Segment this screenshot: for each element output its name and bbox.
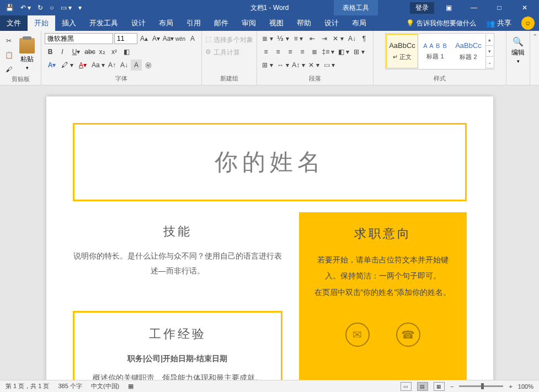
bold-button[interactable]: B bbox=[45, 46, 56, 57]
zoom-level[interactable]: 100% bbox=[518, 383, 533, 390]
char-scaling-button[interactable]: ✕ ▾ bbox=[307, 60, 321, 71]
collapse-ribbon-icon[interactable]: ⌃ bbox=[532, 33, 537, 40]
tab-insert[interactable]: 插入 bbox=[55, 15, 83, 31]
share-button[interactable]: 👥 共享 bbox=[481, 15, 517, 31]
tab-table-design[interactable]: 设计 bbox=[318, 15, 345, 31]
char-shading-icon[interactable]: A bbox=[131, 60, 142, 71]
style-normal[interactable]: AaBbCc ↵ 正文 bbox=[386, 34, 418, 68]
phone-icon[interactable]: ☎ bbox=[396, 323, 420, 347]
minimize-button[interactable]: — bbox=[463, 0, 485, 15]
asian-layout-button[interactable]: ✕ ▾ bbox=[331, 33, 345, 44]
tab-mailings[interactable]: 邮件 bbox=[207, 15, 235, 31]
highlight-button[interactable]: 🖍 ▾ bbox=[60, 60, 74, 71]
shrink-font2-icon[interactable]: A↓ bbox=[119, 60, 130, 71]
eraser-icon[interactable]: ◧ bbox=[121, 46, 132, 57]
experience-title[interactable]: 工作经验 bbox=[91, 326, 264, 342]
char-border-icon[interactable]: A bbox=[187, 33, 198, 44]
change-case-button[interactable]: Aa ▾ bbox=[91, 60, 105, 71]
redo-icon[interactable]: ↻ bbox=[38, 4, 43, 12]
page[interactable]: 你的姓名 技能 说明你的特长。是什么让你与众不同？使用自己的语言进行表述—而非行… bbox=[46, 96, 493, 380]
format-painter-icon[interactable]: 🖌 bbox=[3, 64, 14, 75]
experience-subtitle[interactable]: 职务|公司|开始日期-结束日期 bbox=[91, 351, 264, 366]
font-color-button[interactable]: A ▾ bbox=[76, 60, 90, 71]
intent-text1[interactable]: 若要开始，请单击占位符文本并开始键入。保持简洁：一两个句子即可。 bbox=[310, 252, 456, 284]
zoom-out-button[interactable]: − bbox=[450, 383, 453, 390]
phonetic-guide[interactable]: wén bbox=[175, 33, 186, 44]
cut-icon[interactable]: ✂ bbox=[3, 35, 14, 46]
style-heading1[interactable]: A A B B 标题 1 bbox=[419, 34, 451, 68]
find-button[interactable]: 🔍 编辑 ▾ bbox=[510, 33, 526, 64]
copy-icon[interactable]: 📋 bbox=[3, 50, 14, 61]
tab-view[interactable]: 视图 bbox=[263, 15, 290, 31]
style-heading2[interactable]: AaBbCc 标题 2 bbox=[452, 34, 484, 68]
gallery-more-icon[interactable]: ⌄ bbox=[486, 57, 493, 68]
circle-icon[interactable]: ○ bbox=[50, 4, 54, 12]
experience-text[interactable]: 概述你的关键职责、领导能力体现和最主要成就。请 bbox=[91, 370, 264, 380]
name-placeholder[interactable]: 你的姓名 bbox=[86, 147, 454, 178]
intent-title[interactable]: 求职意向 bbox=[310, 225, 456, 242]
skills-text[interactable]: 说明你的特长。是什么让你与众不同？使用自己的语言进行表述—而非行话。 bbox=[73, 249, 282, 278]
email-icon[interactable]: ✉ bbox=[345, 323, 370, 347]
text-direction-button[interactable]: A↕ ▾ bbox=[291, 60, 306, 71]
ribbon-options-icon[interactable]: ▣ bbox=[437, 0, 460, 15]
gallery-expand[interactable]: ▴ ▾ ⌄ bbox=[485, 34, 493, 68]
tab-file[interactable]: 文件 bbox=[0, 15, 28, 31]
name-header-box[interactable]: 你的姓名 bbox=[73, 123, 467, 201]
print-layout-icon[interactable]: ▤ bbox=[417, 382, 428, 391]
strikethrough-button[interactable]: abc bbox=[84, 46, 95, 57]
numbering-button[interactable]: ⅓ ▾ bbox=[276, 33, 290, 44]
layout-icon[interactable]: ▭ ▾ bbox=[61, 4, 72, 12]
intent-text2[interactable]: 在页眉中双击"你的姓名"添加你的姓名。 bbox=[310, 284, 456, 300]
gallery-up-icon[interactable]: ▴ bbox=[486, 34, 493, 46]
tell-me-search[interactable]: 💡 告诉我你想要做什么 bbox=[402, 15, 481, 31]
tab-design[interactable]: 设计 bbox=[125, 15, 152, 31]
underline-button[interactable]: U ▾ bbox=[69, 46, 83, 57]
qat-more-icon[interactable]: ▾ bbox=[78, 4, 82, 12]
grow-font2-icon[interactable]: A↑ bbox=[106, 60, 118, 71]
language-indicator[interactable]: 中文(中国) bbox=[91, 382, 119, 390]
font-size-combo[interactable]: 11 bbox=[114, 33, 137, 44]
close-button[interactable]: ✕ bbox=[514, 0, 536, 15]
document-area[interactable]: 你的姓名 技能 说明你的特长。是什么让你与众不同？使用自己的语言进行表述—而非行… bbox=[0, 85, 539, 380]
zoom-in-button[interactable]: + bbox=[509, 383, 512, 390]
shading-button[interactable]: ◧ ▾ bbox=[337, 46, 351, 57]
gallery-down-icon[interactable]: ▾ bbox=[486, 46, 493, 57]
tab-dev[interactable]: 开发工具 bbox=[83, 15, 125, 31]
align-left-icon[interactable]: ≡ bbox=[260, 46, 271, 57]
decrease-indent-icon[interactable]: ⇤ bbox=[307, 33, 318, 44]
login-button[interactable]: 登录 bbox=[410, 2, 434, 14]
increase-indent-icon[interactable]: ⇥ bbox=[319, 33, 330, 44]
fit-width-button[interactable]: ↔ ▾ bbox=[276, 60, 290, 71]
borders-button[interactable]: ⊞ ▾ bbox=[352, 46, 366, 57]
align-right-icon[interactable]: ≡ bbox=[285, 46, 296, 57]
paste-button[interactable]: 粘贴 ▾ bbox=[17, 33, 38, 75]
tab-help[interactable]: 帮助 bbox=[290, 15, 318, 31]
read-mode-icon[interactable]: ▭ bbox=[401, 382, 412, 391]
multilevel-button[interactable]: ≡ ▾ bbox=[291, 33, 306, 44]
tab-review[interactable]: 审阅 bbox=[235, 15, 263, 31]
sort-icon[interactable]: A↓ bbox=[346, 33, 357, 44]
maximize-button[interactable]: □ bbox=[488, 0, 510, 15]
skills-title[interactable]: 技能 bbox=[73, 223, 282, 240]
page-indicator[interactable]: 第 1 页，共 1 页 bbox=[6, 382, 49, 390]
justify-icon[interactable]: ≡ bbox=[297, 46, 308, 57]
bullets-button[interactable]: ≣ ▾ bbox=[260, 33, 275, 44]
tab-references[interactable]: 引用 bbox=[180, 15, 207, 31]
font-name-combo[interactable]: 微软雅黑 bbox=[45, 33, 113, 44]
subscript-button[interactable]: x₂ bbox=[97, 46, 108, 57]
feedback-smiley-icon[interactable]: ☺ bbox=[521, 17, 535, 30]
undo-icon[interactable]: ↶ ▾ bbox=[20, 4, 31, 12]
clear-format-icon[interactable]: Aa▾ bbox=[163, 33, 174, 44]
save-icon[interactable]: 💾 bbox=[6, 4, 14, 12]
snap-grid-button[interactable]: ⊞ ▾ bbox=[260, 60, 275, 71]
shrink-font-icon[interactable]: A▾ bbox=[151, 33, 162, 44]
zoom-slider[interactable] bbox=[459, 385, 503, 387]
cell-margins-button[interactable]: ▭ ▾ bbox=[322, 60, 337, 71]
web-layout-icon[interactable]: ▦ bbox=[434, 382, 445, 391]
tab-home[interactable]: 开始 bbox=[28, 15, 55, 31]
macro-icon[interactable]: ▦ bbox=[128, 383, 134, 390]
grow-font-icon[interactable]: A▴ bbox=[138, 33, 150, 44]
text-effects-button[interactable]: A ▾ bbox=[45, 60, 59, 71]
tab-table-layout[interactable]: 布局 bbox=[345, 15, 373, 31]
enclose-char-icon[interactable]: ㊙ bbox=[143, 60, 154, 71]
